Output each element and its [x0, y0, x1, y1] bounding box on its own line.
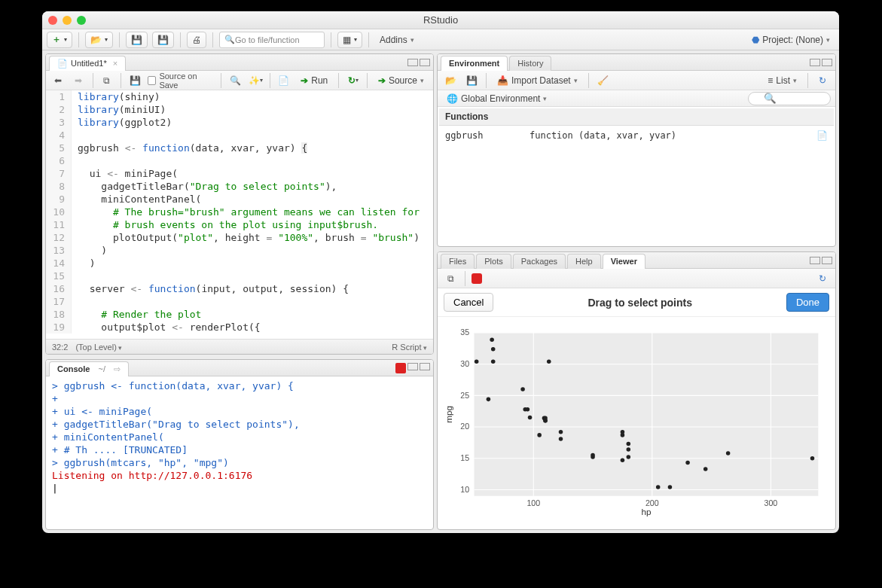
env-scope-selector[interactable]: 🌐 Global Environment	[442, 90, 551, 107]
console-tab[interactable]: Console ~/ ⇨	[49, 361, 129, 376]
svg-text:100: 100	[526, 498, 540, 507]
tab-environment[interactable]: Environment	[441, 56, 508, 71]
scatter-plot[interactable]: 100200300101520253035hpmpg	[442, 321, 826, 523]
svg-point-45	[668, 485, 673, 489]
save-icon[interactable]: 💾	[127, 73, 143, 88]
done-button[interactable]: Done	[786, 293, 829, 312]
stop-icon[interactable]	[395, 363, 406, 373]
tab-plots[interactable]: Plots	[476, 254, 511, 269]
tab-viewer[interactable]: Viewer	[603, 254, 645, 269]
svg-text:35: 35	[460, 328, 469, 337]
window-title: RStudio	[42, 14, 839, 26]
gadget-title: Drag to select points	[499, 297, 780, 309]
svg-point-23	[491, 360, 496, 364]
svg-point-39	[621, 433, 625, 437]
svg-point-34	[559, 437, 563, 441]
open-workspace-icon[interactable]: 📂	[442, 73, 459, 88]
svg-point-33	[547, 360, 551, 364]
import-dataset-button[interactable]: 📥 Import Dataset	[493, 72, 582, 89]
svg-text:20: 20	[460, 422, 469, 431]
svg-text:10: 10	[460, 485, 469, 494]
svg-point-41	[627, 447, 631, 452]
compile-report-icon[interactable]: 📄	[276, 73, 291, 88]
refresh-viewer-icon[interactable]: ↻	[814, 271, 831, 286]
save-all-button[interactable]: 💾	[152, 32, 174, 48]
svg-point-48	[726, 451, 731, 455]
source-tab[interactable]: 📄 Untitled1* ×	[49, 56, 126, 71]
console-output[interactable]: > ggbrush <- function(data, xvar, yvar) …	[46, 376, 433, 529]
svg-rect-0	[475, 333, 819, 496]
show-in-new-window-icon[interactable]: ⧉	[99, 73, 115, 88]
code-editor[interactable]: 1library(shiny)2library(miniUI)3library(…	[46, 90, 433, 339]
minimize-pane-icon[interactable]	[810, 257, 820, 264]
svg-text:mpg: mpg	[444, 406, 453, 423]
clear-icon[interactable]: 🧹	[595, 73, 612, 88]
svg-point-46	[685, 461, 690, 465]
svg-point-24	[520, 387, 525, 391]
panes-button[interactable]: ▦ ▾	[337, 32, 362, 48]
svg-point-43	[627, 455, 631, 459]
svg-text:25: 25	[460, 391, 469, 400]
svg-text:300: 300	[765, 498, 778, 507]
close-window-button[interactable]	[48, 16, 57, 25]
scope-selector[interactable]: (Top Level)	[75, 343, 122, 352]
save-workspace-icon[interactable]: 💾	[463, 73, 480, 88]
stop-viewer-icon[interactable]	[472, 273, 482, 284]
forward-icon[interactable]: ➡	[71, 73, 87, 88]
env-search-input[interactable]	[748, 92, 831, 105]
svg-text:30: 30	[460, 359, 469, 368]
minimize-window-button[interactable]	[63, 16, 72, 25]
viewer-pane: Files Plots Packages Help Viewer ⧉ ↻	[437, 251, 836, 530]
pop-out-icon[interactable]: ⧉	[442, 271, 459, 286]
tab-help[interactable]: Help	[567, 254, 601, 269]
new-file-button[interactable]: ＋▾	[47, 32, 72, 48]
maximize-pane-icon[interactable]	[420, 59, 430, 66]
environment-pane: Environment History 📂 💾 📥 Import Dataset…	[437, 53, 836, 247]
svg-point-28	[537, 433, 542, 437]
minimize-pane-icon[interactable]	[407, 363, 418, 370]
tab-history[interactable]: History	[509, 56, 551, 71]
addins-menu[interactable]: Addins	[375, 32, 419, 48]
svg-point-49	[810, 456, 815, 461]
main-toolbar: ＋▾ 📂▾ 💾 💾 🖨 🔍 Go to file/function ▦ ▾ Ad…	[42, 29, 839, 50]
close-tab-icon[interactable]: ×	[113, 59, 117, 68]
maximize-pane-icon[interactable]	[420, 363, 430, 370]
open-file-button[interactable]: 📂▾	[85, 32, 113, 48]
svg-point-47	[703, 467, 708, 471]
rerun-icon[interactable]: ↻▾	[345, 73, 361, 88]
svg-point-37	[591, 453, 595, 458]
filetype-selector[interactable]: R Script	[392, 343, 427, 352]
list-view-button[interactable]: ≡ List	[763, 72, 801, 89]
view-function-icon[interactable]: 📄	[816, 130, 828, 141]
maximize-pane-icon[interactable]	[822, 59, 832, 66]
cancel-button[interactable]: Cancel	[444, 293, 493, 312]
svg-point-20	[487, 398, 491, 402]
env-section-header: Functions	[439, 108, 834, 126]
project-menu[interactable]: ⬣ Project: (None)	[747, 32, 835, 48]
tab-packages[interactable]: Packages	[513, 254, 566, 269]
env-row[interactable]: ggbrush function (data, xvar, yvar) 📄	[439, 127, 834, 144]
tab-files[interactable]: Files	[441, 254, 475, 269]
wand-icon[interactable]: ✨▾	[248, 73, 264, 88]
svg-point-26	[526, 407, 530, 412]
cursor-position: 32:2	[52, 343, 68, 352]
zoom-window-button[interactable]	[77, 16, 86, 25]
print-button[interactable]: 🖨	[187, 32, 206, 48]
goto-file-input[interactable]: 🔍 Go to file/function	[219, 32, 325, 48]
run-button[interactable]: ➔Run	[296, 72, 332, 89]
maximize-pane-icon[interactable]	[822, 257, 832, 264]
save-button[interactable]: 💾	[126, 32, 148, 48]
find-icon[interactable]: 🔍	[227, 73, 243, 88]
svg-text:200: 200	[645, 498, 659, 507]
source-button[interactable]: ➔Source	[374, 72, 429, 89]
source-on-save-checkbox[interactable]: Source on Save	[148, 72, 215, 90]
refresh-icon[interactable]: ↻	[814, 73, 831, 88]
svg-point-32	[543, 416, 548, 421]
titlebar: RStudio	[42, 11, 839, 29]
svg-point-19	[475, 360, 479, 364]
svg-point-35	[559, 430, 563, 434]
svg-point-21	[490, 337, 494, 342]
back-icon[interactable]: ⬅	[50, 73, 66, 88]
minimize-pane-icon[interactable]	[810, 59, 820, 66]
minimize-pane-icon[interactable]	[407, 59, 418, 66]
